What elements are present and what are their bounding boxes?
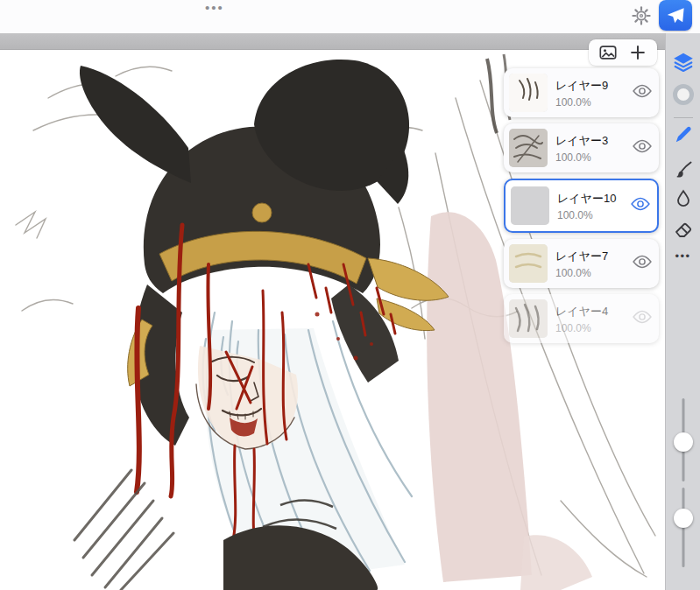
layer-name: レイヤー4 bbox=[555, 304, 633, 320]
layer-thumbnail bbox=[509, 244, 548, 283]
tool-sidebar: ••• bbox=[665, 33, 700, 590]
layer-opacity: 100.0% bbox=[555, 96, 633, 109]
layers-panel: レイヤー9 100.0% レイヤー3 100.0% bbox=[504, 68, 659, 343]
brush-tool-icon[interactable] bbox=[673, 159, 694, 184]
eraser-tool-icon[interactable] bbox=[673, 218, 694, 242]
layer-name: レイヤー9 bbox=[555, 78, 633, 94]
layer-visibility-eye-icon[interactable] bbox=[633, 139, 652, 157]
paper-plane-icon bbox=[666, 6, 685, 25]
layer-name: レイヤー7 bbox=[555, 249, 633, 264]
settings-gear-icon[interactable] bbox=[632, 6, 651, 25]
layer-opacity: 100.0% bbox=[555, 322, 633, 334]
layer-row-selected[interactable]: レイヤー10 100.0% bbox=[504, 179, 659, 233]
layer-visibility-eye-icon[interactable] bbox=[633, 84, 652, 102]
layer-name: レイヤー10 bbox=[557, 191, 631, 207]
layer-visibility-eye-icon[interactable] bbox=[633, 310, 652, 327]
sidebar-divider bbox=[674, 117, 693, 118]
layer-row[interactable]: レイヤー7 100.0% bbox=[504, 239, 659, 288]
layer-name: レイヤー3 bbox=[555, 133, 633, 149]
layer-thumbnail bbox=[509, 129, 548, 167]
opacity-slider-knob[interactable] bbox=[674, 509, 693, 528]
share-app-icon[interactable] bbox=[659, 0, 692, 31]
more-tools-icon[interactable]: ••• bbox=[675, 249, 690, 263]
layer-opacity: 100.0% bbox=[555, 151, 633, 164]
layer-opacity: 100.0% bbox=[557, 209, 631, 221]
layer-row[interactable]: レイヤー3 100.0% bbox=[504, 123, 659, 172]
layer-thumbnail bbox=[511, 186, 549, 225]
layers-tool-icon[interactable] bbox=[672, 51, 695, 77]
app-screen: ••• bbox=[0, 0, 700, 590]
layer-thumbnail bbox=[509, 74, 548, 112]
window-controls-dots[interactable]: ••• bbox=[205, 0, 224, 16]
layer-row[interactable]: レイヤー9 100.0% bbox=[504, 68, 659, 117]
canvas-titlebar bbox=[0, 33, 665, 50]
add-plus-icon[interactable] bbox=[628, 43, 647, 62]
blend-drop-tool-icon[interactable] bbox=[674, 188, 693, 211]
layers-panel-toolbar bbox=[589, 39, 657, 66]
layer-opacity: 100.0% bbox=[555, 267, 633, 279]
color-swatch-ring[interactable] bbox=[673, 84, 694, 105]
top-system-bar: ••• bbox=[0, 0, 700, 33]
layer-thumbnail bbox=[509, 299, 548, 338]
brush-size-slider-knob[interactable] bbox=[674, 432, 693, 452]
pen-tool-icon[interactable] bbox=[673, 124, 694, 149]
photo-icon[interactable] bbox=[598, 43, 618, 62]
layer-row[interactable]: レイヤー4 100.0% bbox=[504, 294, 659, 343]
layer-visibility-eye-icon[interactable] bbox=[633, 255, 652, 272]
layer-visibility-eye-icon[interactable] bbox=[631, 197, 650, 214]
